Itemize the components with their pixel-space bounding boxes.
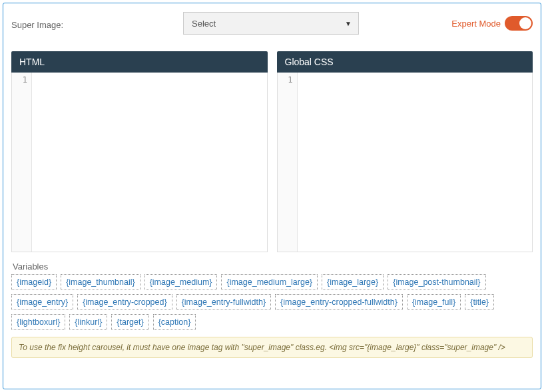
html-editor-gutter: 1 xyxy=(12,73,32,252)
variable-chip[interactable]: {image_full} xyxy=(407,294,461,310)
variable-chip[interactable]: {image_entry} xyxy=(11,294,73,310)
variables-chips: {imageid}{image_thumbnail}{image_medium}… xyxy=(11,274,533,330)
variable-chip[interactable]: {image_entry-fullwidth} xyxy=(176,294,271,310)
editors-row: HTML 1 Global CSS 1 xyxy=(11,51,533,252)
expert-mode-label: Expert Mode xyxy=(451,19,501,29)
expert-mode-group: Expert Mode xyxy=(451,16,533,31)
top-row: Super Image: Select ▼ Expert Mode xyxy=(11,9,533,38)
html-editor-body: 1 xyxy=(11,73,268,252)
select-value: Select xyxy=(192,19,216,29)
expert-mode-toggle[interactable] xyxy=(505,16,533,31)
css-editor-textarea[interactable] xyxy=(298,73,533,252)
variable-chip[interactable]: {image_entry-cropped-fullwidth} xyxy=(275,294,403,310)
variables-label: Variables xyxy=(13,262,533,272)
html-editor-textarea[interactable] xyxy=(32,73,267,252)
toggle-knob xyxy=(519,17,531,29)
variable-chip[interactable]: {title} xyxy=(465,294,494,310)
html-editor: HTML 1 xyxy=(11,51,268,252)
css-editor-gutter: 1 xyxy=(278,73,298,252)
super-image-select[interactable]: Select ▼ xyxy=(183,12,359,35)
line-number: 1 xyxy=(12,75,27,85)
super-image-label: Super Image: xyxy=(11,17,183,30)
variable-chip[interactable]: {imageid} xyxy=(11,274,57,290)
css-editor: Global CSS 1 xyxy=(277,51,533,252)
variable-chip[interactable]: {caption} xyxy=(153,314,196,330)
variable-chip[interactable]: {lightboxurl} xyxy=(11,314,65,330)
variable-chip[interactable]: {image_entry-cropped} xyxy=(77,294,172,310)
line-number: 1 xyxy=(278,75,293,85)
info-note: To use the fix height carousel, it must … xyxy=(11,337,533,358)
super-image-select-col: Select ▼ xyxy=(183,12,359,35)
variable-chip[interactable]: {image_thumbnail} xyxy=(61,274,140,290)
variable-chip[interactable]: {linkurl} xyxy=(69,314,107,330)
variable-chip[interactable]: {image_medium_large} xyxy=(221,274,318,290)
variable-chip[interactable]: {image_medium} xyxy=(144,274,218,290)
variable-chip[interactable]: {image_large} xyxy=(322,274,384,290)
chevron-down-icon: ▼ xyxy=(345,20,352,27)
variable-chip[interactable]: {image_post-thumbnail} xyxy=(388,274,485,290)
super-image-panel: Super Image: Select ▼ Expert Mode HTML 1 xyxy=(3,3,541,389)
css-editor-title: Global CSS xyxy=(277,51,533,73)
css-editor-body: 1 xyxy=(277,73,533,252)
variable-chip[interactable]: {target} xyxy=(111,314,148,330)
html-editor-title: HTML xyxy=(11,51,268,73)
